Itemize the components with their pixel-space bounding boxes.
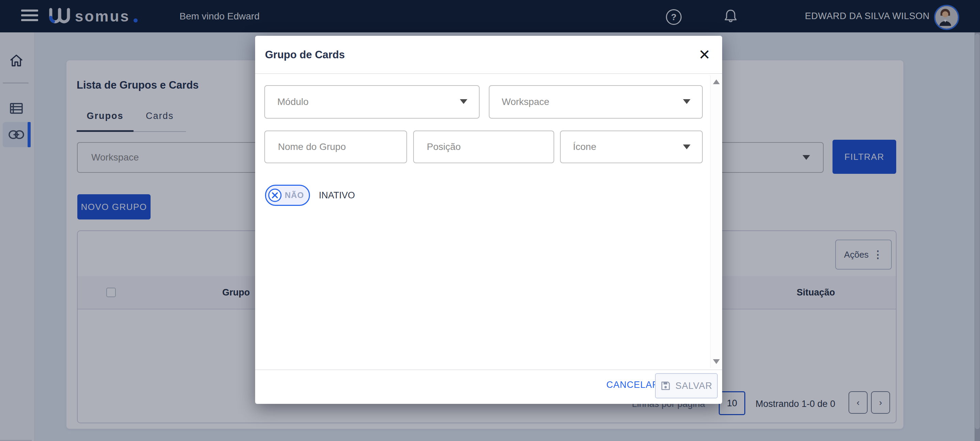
posicao-field xyxy=(413,131,554,163)
modulo-select[interactable]: Módulo xyxy=(264,85,480,119)
salvar-button-label: SALVAR xyxy=(676,381,713,391)
toggle-value-label: NÃO xyxy=(285,191,304,200)
circle-x-icon xyxy=(268,188,282,202)
salvar-button[interactable]: SALVAR xyxy=(655,373,718,398)
icone-select[interactable]: Ícone xyxy=(560,131,703,163)
grupo-de-cards-modal: Grupo de Cards ✕ Módulo Workspace Ícone xyxy=(255,36,722,404)
modal-scrollbar[interactable] xyxy=(710,75,722,368)
modulo-placeholder: Módulo xyxy=(277,96,309,107)
save-floppy-icon xyxy=(660,381,671,391)
modal-footer-divider xyxy=(255,369,722,370)
workspace-select[interactable]: Workspace xyxy=(489,85,703,119)
workspace-placeholder: Workspace xyxy=(502,96,549,107)
scroll-down-arrow-icon[interactable] xyxy=(713,359,720,364)
scroll-up-arrow-icon[interactable] xyxy=(713,80,720,84)
posicao-input[interactable] xyxy=(426,141,532,153)
inativo-toggle[interactable]: NÃO xyxy=(265,185,310,206)
modal-header-divider xyxy=(255,73,722,74)
icone-placeholder: Ícone xyxy=(573,142,597,152)
close-icon[interactable]: ✕ xyxy=(696,47,713,63)
chevron-down-icon xyxy=(460,99,467,104)
app-viewport: somus Bem vindo Edward ? EDWARD DA SILVA… xyxy=(0,0,980,441)
nome-do-grupo-field xyxy=(264,131,407,163)
nome-do-grupo-input[interactable] xyxy=(277,141,385,153)
inativo-label: INATIVO xyxy=(319,190,355,201)
cancelar-button[interactable]: CANCELAR xyxy=(604,379,661,390)
inativo-toggle-row: NÃO INATIVO xyxy=(265,185,355,205)
modal-title: Grupo de Cards xyxy=(265,49,345,61)
chevron-down-icon xyxy=(683,145,690,149)
chevron-down-icon xyxy=(683,99,690,104)
